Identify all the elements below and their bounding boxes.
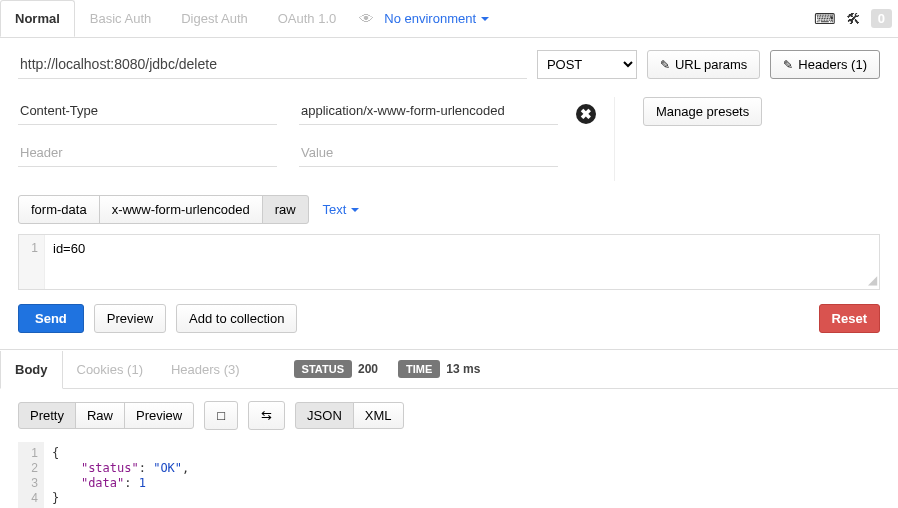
request-body-editor[interactable]: 1 ◢ (18, 234, 880, 290)
header-key-new[interactable] (18, 139, 277, 167)
environment-label: No environment (384, 11, 476, 26)
response-view-preview[interactable]: Preview (124, 402, 194, 429)
tab-basic-auth[interactable]: Basic Auth (75, 0, 166, 37)
status-code: 200 (358, 362, 378, 376)
request-body-textarea[interactable] (45, 235, 879, 289)
header-value-1[interactable] (299, 97, 558, 125)
wrap-icon-button[interactable]: ⇆ (248, 401, 285, 430)
manage-presets-button[interactable]: Manage presets (643, 97, 762, 126)
response-format-xml[interactable]: XML (353, 402, 404, 429)
edit-icon: ✎ (660, 58, 670, 72)
response-format-json[interactable]: JSON (295, 402, 354, 429)
response-tab-cookies[interactable]: Cookies (1) (63, 351, 157, 388)
body-type-form-data[interactable]: form-data (18, 195, 100, 224)
keyboard-icon[interactable]: ⌨ (814, 10, 836, 28)
response-tab-headers[interactable]: Headers (3) (157, 351, 254, 388)
reset-button[interactable]: Reset (819, 304, 880, 333)
tab-oauth[interactable]: OAuth 1.0 (263, 0, 352, 37)
tab-normal[interactable]: Normal (0, 0, 75, 37)
tools-icon[interactable]: 🛠 (846, 10, 861, 27)
notifications-badge[interactable]: 0 (871, 9, 892, 28)
fullscreen-icon: □ (217, 408, 225, 423)
raw-type-dropdown[interactable]: Text (323, 202, 360, 217)
url-params-button[interactable]: ✎URL params (647, 50, 760, 79)
http-method-select[interactable]: POST (537, 50, 637, 79)
header-value-new[interactable] (299, 139, 558, 167)
wrap-icon: ⇆ (261, 408, 272, 423)
time-pill: TIME (398, 360, 440, 378)
header-key-1[interactable] (18, 97, 277, 125)
response-gutter: 1234 (18, 442, 44, 508)
status-pill: STATUS (294, 360, 352, 378)
caret-down-icon (351, 208, 359, 212)
headers-button[interactable]: ✎Headers (1) (770, 50, 880, 79)
url-input[interactable] (18, 50, 527, 79)
body-type-raw[interactable]: raw (262, 195, 309, 224)
copy-icon-button[interactable]: □ (204, 401, 238, 430)
environment-dropdown[interactable]: No environment (384, 11, 489, 26)
response-body: { "status": "OK", "data": 1 } (44, 442, 197, 508)
editor-gutter: 1 (19, 235, 45, 289)
time-value: 13 ms (446, 362, 480, 376)
preview-button[interactable]: Preview (94, 304, 166, 333)
response-tab-body[interactable]: Body (0, 351, 63, 389)
tab-digest-auth[interactable]: Digest Auth (166, 0, 263, 37)
remove-header-icon[interactable]: ✖ (576, 104, 596, 124)
edit-icon: ✎ (783, 58, 793, 72)
caret-down-icon (481, 17, 489, 21)
response-view-raw[interactable]: Raw (75, 402, 125, 429)
preview-eye-icon[interactable]: 👁 (359, 10, 374, 27)
body-type-urlencoded[interactable]: x-www-form-urlencoded (99, 195, 263, 224)
response-view-pretty[interactable]: Pretty (18, 402, 76, 429)
send-button[interactable]: Send (18, 304, 84, 333)
add-to-collection-button[interactable]: Add to collection (176, 304, 297, 333)
